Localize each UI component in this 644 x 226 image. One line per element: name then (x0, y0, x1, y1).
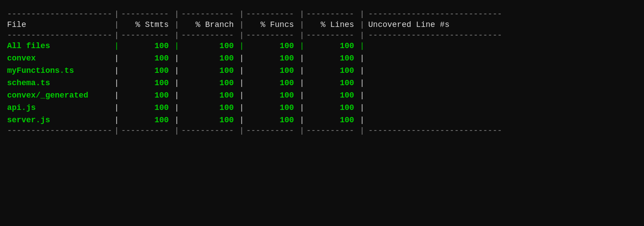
cell-file: api.js (7, 102, 112, 114)
cell-uncovered (367, 89, 637, 102)
cell-file: convex (7, 52, 112, 64)
table-row: All files|100|100|100|100| (7, 40, 637, 52)
sep: | (238, 52, 246, 64)
cell-uncovered (367, 77, 637, 89)
cell-funcs: 100 (246, 114, 298, 126)
cell-file: convex/_generated (7, 89, 112, 102)
sep: | (358, 40, 367, 52)
sep: | (298, 102, 307, 114)
col-header-lines: % Lines (307, 19, 358, 31)
divider-row: ----------------------|----------|------… (7, 31, 637, 40)
cell-branch: 100 (181, 89, 238, 102)
sep: | (358, 102, 367, 114)
sep: | (298, 52, 307, 64)
cell-branch: 100 (181, 64, 238, 77)
cell-lines: 100 (307, 77, 358, 89)
cell-stmts: 100 (121, 52, 172, 64)
cell-uncovered (367, 40, 637, 52)
sep: | (358, 64, 367, 77)
cell-file: schema.ts (7, 77, 112, 89)
cell-file: server.js (7, 114, 112, 126)
cell-stmts: 100 (121, 77, 172, 89)
cell-branch: 100 (181, 40, 238, 52)
cell-funcs: 100 (246, 64, 298, 77)
divider-row: ----------------------|----------|------… (7, 126, 637, 135)
sep: | (238, 102, 246, 114)
cell-uncovered (367, 114, 637, 126)
cell-stmts: 100 (121, 114, 172, 126)
cell-file: All files (7, 40, 112, 52)
cell-funcs: 100 (246, 102, 298, 114)
sep: | (238, 40, 246, 52)
sep: | (238, 114, 246, 126)
cell-funcs: 100 (246, 77, 298, 89)
cell-branch: 100 (181, 52, 238, 64)
sep: | (238, 89, 246, 102)
table-row: schema.ts|100|100|100|100| (7, 77, 637, 89)
cell-lines: 100 (307, 40, 358, 52)
sep: | (172, 77, 181, 89)
cell-stmts: 100 (121, 102, 172, 114)
sep: | (358, 52, 367, 64)
cell-lines: 100 (307, 89, 358, 102)
sep: | (112, 114, 121, 126)
sep: | (298, 64, 307, 77)
sep: | (298, 19, 307, 31)
cell-stmts: 100 (121, 40, 172, 52)
col-header-branch: % Branch (181, 19, 238, 31)
sep: | (358, 89, 367, 102)
sep: | (238, 19, 246, 31)
sep: | (298, 77, 307, 89)
sep: | (172, 89, 181, 102)
sep: | (238, 64, 246, 77)
cell-uncovered (367, 52, 637, 64)
cell-funcs: 100 (246, 40, 298, 52)
sep: | (112, 19, 121, 31)
sep: | (112, 77, 121, 89)
cell-lines: 100 (307, 102, 358, 114)
cell-branch: 100 (181, 114, 238, 126)
sep: | (172, 19, 181, 31)
table-row: api.js|100|100|100|100| (7, 102, 637, 114)
table-row: convex|100|100|100|100| (7, 52, 637, 64)
table-row: myFunctions.ts|100|100|100|100| (7, 64, 637, 77)
sep: | (172, 64, 181, 77)
sep: | (172, 114, 181, 126)
coverage-table: ----------------------|----------|------… (7, 10, 637, 135)
sep: | (298, 114, 307, 126)
table-row: server.js|100|100|100|100| (7, 114, 637, 126)
sep: | (298, 40, 307, 52)
cell-uncovered (367, 102, 637, 114)
sep: | (298, 89, 307, 102)
cell-stmts: 100 (121, 64, 172, 77)
cell-lines: 100 (307, 114, 358, 126)
sep: | (172, 52, 181, 64)
sep: | (172, 102, 181, 114)
cell-lines: 100 (307, 64, 358, 77)
table-row: convex/_generated|100|100|100|100| (7, 89, 637, 102)
divider-row: ----------------------|----------|------… (7, 10, 637, 19)
cell-file: myFunctions.ts (7, 64, 112, 77)
sep: | (112, 89, 121, 102)
cell-branch: 100 (181, 102, 238, 114)
sep: | (112, 64, 121, 77)
cell-branch: 100 (181, 77, 238, 89)
sep: | (358, 19, 367, 31)
col-header-stmts: % Stmts (121, 19, 172, 31)
sep: | (358, 77, 367, 89)
sep: | (358, 114, 367, 126)
sep: | (112, 40, 121, 52)
col-header-uncovered: Uncovered Line #s (367, 19, 637, 31)
cell-uncovered (367, 64, 637, 77)
sep: | (112, 102, 121, 114)
col-header-funcs: % Funcs (246, 19, 298, 31)
cell-funcs: 100 (246, 52, 298, 64)
sep: | (238, 77, 246, 89)
cell-stmts: 100 (121, 89, 172, 102)
sep: | (112, 52, 121, 64)
cell-funcs: 100 (246, 89, 298, 102)
col-header-file: File (7, 19, 112, 31)
column-headers: File|% Stmts|% Branch|% Funcs|% Lines|Un… (7, 19, 637, 31)
cell-lines: 100 (307, 52, 358, 64)
sep: | (172, 40, 181, 52)
